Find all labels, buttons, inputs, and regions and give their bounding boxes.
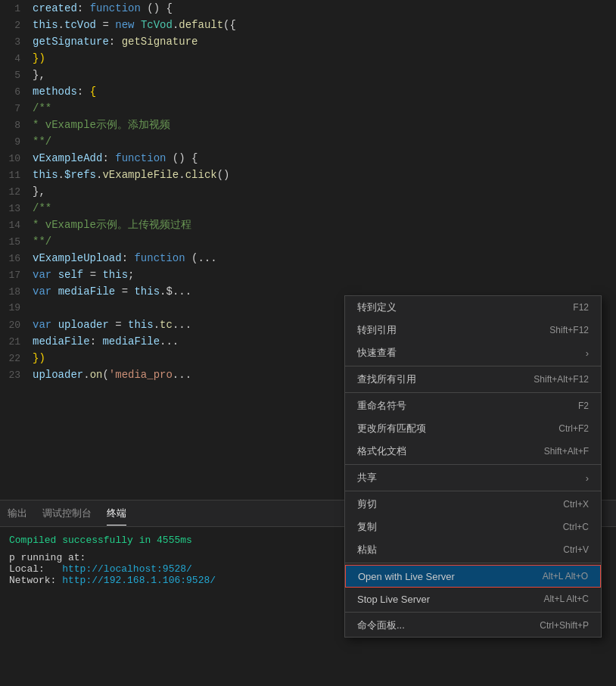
terminal-line1: p running at: — [9, 552, 86, 563]
code-line: 10 vExampleAdd: function () { — [0, 150, 616, 167]
code-line: 14 * vExample示例。上传视频过程 — [0, 217, 616, 233]
menu-item-查找所有引用[interactable]: 查找所有引用Shift+Alt+F12 — [345, 368, 601, 391]
line-number: 11 — [6, 167, 33, 184]
line-number: 9 — [6, 134, 33, 151]
menu-item-shortcut: Shift+Alt+F — [544, 446, 589, 457]
menu-item-命令面板...[interactable]: 命令面板...Ctrl+Shift+P — [345, 614, 601, 637]
code-content: }, — [33, 183, 616, 200]
code-line: 3 getSignature: getSignature — [0, 33, 616, 50]
menu-item-转到定义[interactable]: 转到定义F12 — [345, 296, 601, 319]
code-content: * vExample示例。添加视频 — [33, 117, 616, 133]
menu-item-label: 共享 — [357, 471, 377, 485]
menu-divider — [345, 392, 601, 393]
menu-divider — [345, 464, 601, 465]
menu-item-stop-live-server[interactable]: Stop Live ServerAlt+L Alt+C — [345, 588, 601, 610]
menu-item-shortcut: Shift+F12 — [549, 325, 589, 335]
menu-item-shortcut: Ctrl+C — [563, 522, 589, 532]
code-line: 7 /** — [0, 100, 616, 117]
menu-item-shortcut: F12 — [573, 302, 589, 313]
line-number: 8 — [6, 117, 33, 134]
line-number: 23 — [6, 367, 33, 384]
menu-item-shortcut: Alt+L Alt+O — [543, 571, 588, 582]
code-line: 1created: function () { — [0, 0, 616, 17]
menu-divider — [345, 563, 601, 563]
terminal-local-link[interactable]: http://localhost:9528/ — [62, 563, 192, 575]
menu-item-shortcut: Alt+L Alt+C — [543, 594, 589, 604]
menu-divider — [345, 491, 601, 491]
code-line: 5 }, — [0, 67, 616, 83]
code-line: 8 * vExample示例。添加视频 — [0, 117, 616, 133]
line-number: 5 — [6, 67, 33, 84]
menu-item-label: 查找所有引用 — [357, 373, 416, 386]
code-content: vExampleAdd: function () { — [33, 150, 616, 167]
menu-item-格式化文档[interactable]: 格式化文档Shift+Alt+F — [345, 440, 601, 463]
terminal-success-msg: Compiled successfully in 4555ms — [9, 535, 192, 546]
line-number: 18 — [6, 284, 33, 301]
menu-item-label: 剪切 — [357, 497, 377, 511]
code-content: methods: { — [33, 83, 616, 100]
menu-item-label: 粘贴 — [357, 543, 377, 557]
code-content: var self = this; — [33, 267, 616, 283]
menu-item-label: 快速查看 — [357, 346, 397, 360]
menu-item-shortcut: Ctrl+V — [563, 544, 589, 555]
tab-debug-console[interactable]: 调试控制台 — [42, 502, 92, 525]
line-number: 14 — [6, 217, 33, 234]
line-number: 22 — [6, 351, 33, 367]
code-content: vExampleUpload: function (... — [33, 250, 616, 267]
line-number: 7 — [6, 101, 33, 117]
menu-item-转到引用[interactable]: 转到引用Shift+F12 — [345, 319, 601, 341]
code-content: * vExample示例。上传视频过程 — [33, 217, 616, 233]
menu-item-快速查看[interactable]: 快速查看› — [345, 341, 601, 364]
line-number: 20 — [6, 317, 33, 334]
line-number: 3 — [6, 34, 33, 51]
menu-item-label: 转到引用 — [357, 323, 397, 337]
code-line: 4 }) — [0, 50, 616, 67]
menu-item-open-with-live-server[interactable]: Open with Live ServerAlt+L Alt+O — [345, 565, 601, 588]
code-line: 9 **/ — [0, 133, 616, 150]
line-number: 16 — [6, 251, 33, 267]
menu-item-arrow: › — [586, 472, 589, 484]
menu-item-shortcut: Ctrl+Shift+P — [540, 620, 589, 631]
menu-item-arrow: › — [586, 348, 589, 359]
menu-item-粘贴[interactable]: 粘贴Ctrl+V — [345, 538, 601, 561]
menu-divider — [345, 366, 601, 366]
code-content: getSignature: getSignature — [33, 33, 616, 50]
tab-terminal[interactable]: 终端 — [107, 502, 126, 525]
code-line: 12 }, — [0, 183, 616, 200]
menu-item-shortcut: Shift+Alt+F12 — [534, 374, 589, 385]
line-number: 12 — [6, 184, 33, 201]
menu-item-重命名符号[interactable]: 重命名符号F2 — [345, 394, 601, 417]
line-number: 10 — [6, 151, 33, 167]
menu-item-label: Stop Live Server — [357, 594, 430, 605]
menu-item-shortcut: F2 — [578, 401, 589, 411]
line-number: 17 — [6, 267, 33, 284]
line-number: 19 — [6, 300, 33, 316]
menu-item-shortcut: Ctrl+X — [563, 499, 589, 510]
menu-item-label: 更改所有匹配项 — [357, 422, 426, 435]
line-number: 6 — [6, 84, 33, 101]
menu-item-更改所有匹配项[interactable]: 更改所有匹配项Ctrl+F2 — [345, 417, 601, 440]
code-line: 15 **/ — [0, 233, 616, 250]
menu-item-label: 转到定义 — [357, 301, 397, 314]
menu-item-剪切[interactable]: 剪切Ctrl+X — [345, 493, 601, 516]
menu-item-共享[interactable]: 共享› — [345, 466, 601, 489]
terminal-network-link[interactable]: http://192.168.1.106:9528/ — [62, 575, 216, 586]
line-number: 13 — [6, 201, 33, 217]
code-line: 16 vExampleUpload: function (... — [0, 250, 616, 267]
code-content: /** — [33, 100, 616, 117]
menu-divider — [345, 612, 601, 613]
code-content: **/ — [33, 133, 616, 150]
line-number: 1 — [6, 1, 33, 17]
line-number: 15 — [6, 234, 33, 251]
code-content: **/ — [33, 233, 616, 250]
menu-item-label: 复制 — [357, 520, 377, 534]
code-line: 11 this.$refs.vExampleFile.click() — [0, 167, 616, 183]
menu-item-label: 格式化文档 — [357, 444, 406, 458]
line-number: 21 — [6, 334, 33, 351]
code-content: this.tcVod = new TcVod.default({ — [33, 17, 616, 33]
code-content: created: function () { — [33, 0, 616, 17]
context-menu: 转到定义F12转到引用Shift+F12快速查看›查找所有引用Shift+Alt… — [344, 295, 602, 638]
tab-output[interactable]: 输出 — [8, 502, 27, 525]
menu-item-复制[interactable]: 复制Ctrl+C — [345, 516, 601, 538]
code-content: }, — [33, 67, 616, 83]
